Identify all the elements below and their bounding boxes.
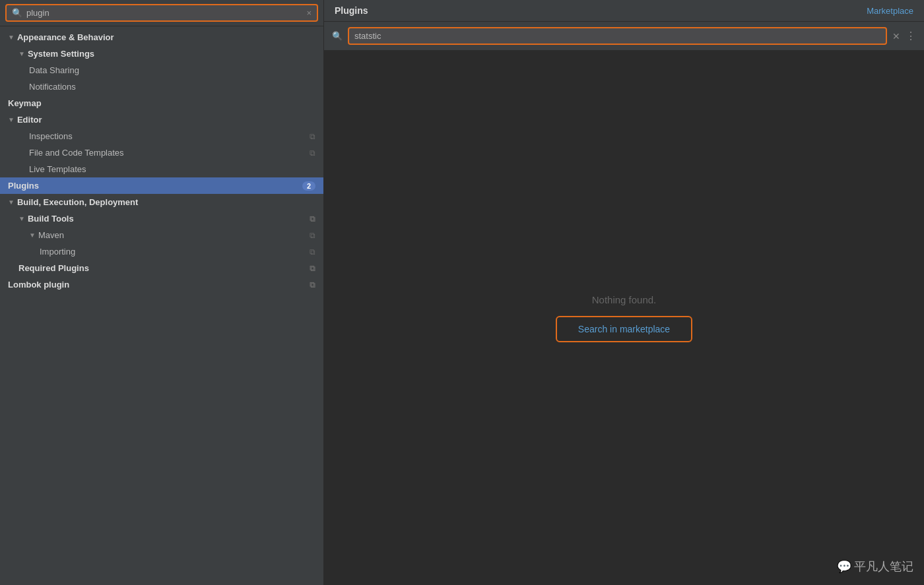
copy-icon: ⧉ (310, 132, 315, 141)
copy-icon: ⧉ (310, 231, 315, 240)
sidebar-item-build-tools[interactable]: ▼ Build Tools ⧉ (0, 210, 323, 227)
sidebar-item-plugins[interactable]: Plugins 2 (0, 177, 323, 194)
sidebar-search-input[interactable] (26, 8, 306, 18)
marketplace-link[interactable]: Marketplace (867, 6, 913, 21)
sidebar-item-label: Data Sharing (29, 65, 79, 75)
sidebar: 🔍 × ▼ Appearance & Behavior ▼ System Set… (0, 0, 324, 585)
sidebar-item-label: Live Templates (29, 164, 86, 174)
sidebar-search-container: 🔍 × (0, 0, 323, 26)
sidebar-item-lombok-plugin[interactable]: Lombok plugin ⧉ (0, 276, 323, 293)
arrow-icon: ▼ (8, 34, 15, 41)
sidebar-item-importing[interactable]: Importing ⧉ (0, 243, 323, 260)
sidebar-item-file-code-templates[interactable]: File and Code Templates ⧉ (0, 144, 323, 161)
plugin-search-icon: 🔍 (332, 31, 343, 41)
right-panel-title: Plugins (335, 5, 368, 21)
sidebar-item-label: Maven (38, 230, 64, 240)
sidebar-item-notifications[interactable]: Notifications (0, 78, 323, 95)
arrow-icon: ▼ (18, 215, 25, 222)
sidebar-search-icon: 🔍 (12, 8, 22, 18)
sidebar-item-label: Build Tools (28, 214, 74, 224)
sidebar-item-maven[interactable]: ▼ Maven ⧉ (0, 227, 323, 243)
sidebar-item-label: Inspections (29, 131, 73, 141)
plugin-search-actions: ✕ ⋮ (892, 30, 916, 42)
search-marketplace-button[interactable]: Search in marketplace (556, 316, 692, 342)
watermark: 💬 平凡人笔记 (837, 559, 913, 574)
sidebar-item-editor[interactable]: ▼ Editor (0, 111, 323, 128)
sidebar-search-clear-icon[interactable]: × (306, 8, 312, 18)
plugin-search-bar: 🔍 ✕ ⋮ (324, 22, 924, 51)
plugin-search-input[interactable] (354, 31, 880, 41)
copy-icon: ⧉ (310, 247, 315, 257)
sidebar-item-label: Required Plugins (18, 263, 89, 273)
sidebar-tree: ▼ Appearance & Behavior ▼ System Setting… (0, 26, 323, 585)
sidebar-item-system-settings[interactable]: ▼ System Settings (0, 46, 323, 62)
copy-icon: ⧉ (310, 280, 315, 290)
sidebar-search-box: 🔍 × (5, 4, 318, 22)
sidebar-item-label: File and Code Templates (29, 148, 124, 158)
sidebar-item-build-execution-deployment[interactable]: ▼ Build, Execution, Deployment (0, 194, 323, 210)
arrow-icon: ▼ (8, 116, 15, 123)
watermark-text: 平凡人笔记 (854, 559, 913, 574)
sidebar-item-label: Appearance & Behavior (17, 32, 114, 42)
sidebar-item-keymap[interactable]: Keymap (0, 95, 323, 111)
right-header-left: Plugins (335, 5, 368, 21)
right-panel: Plugins Marketplace 🔍 ✕ ⋮ Nothing found.… (324, 0, 924, 585)
sidebar-item-inspections[interactable]: Inspections ⧉ (0, 128, 323, 144)
nothing-found-label: Nothing found. (592, 294, 657, 305)
plugins-badge: 2 (302, 181, 315, 191)
copy-icon: ⧉ (310, 264, 315, 273)
arrow-icon: ▼ (29, 231, 36, 239)
copy-icon: ⧉ (310, 214, 315, 224)
plugin-search-input-box (348, 27, 887, 45)
plugin-search-more-icon[interactable]: ⋮ (906, 30, 916, 42)
sidebar-item-appearance-behavior[interactable]: ▼ Appearance & Behavior (0, 29, 323, 46)
sidebar-item-data-sharing[interactable]: Data Sharing (0, 62, 323, 78)
sidebar-item-label: Plugins (8, 181, 39, 191)
sidebar-item-label: System Settings (28, 49, 94, 59)
watermark-icon: 💬 (837, 559, 851, 574)
sidebar-item-label: Editor (17, 115, 42, 125)
sidebar-item-required-plugins[interactable]: Required Plugins ⧉ (0, 260, 323, 276)
right-panel-content: Nothing found. Search in marketplace (324, 51, 924, 585)
sidebar-item-label: Keymap (8, 98, 42, 108)
sidebar-item-label: Build, Execution, Deployment (17, 197, 138, 207)
sidebar-item-live-templates[interactable]: Live Templates (0, 161, 323, 177)
right-panel-header: Plugins Marketplace (324, 0, 924, 22)
sidebar-item-label: Importing (40, 247, 75, 257)
plugin-search-clear-icon[interactable]: ✕ (892, 31, 900, 42)
arrow-icon: ▼ (8, 199, 15, 206)
main-container: 🔍 × ▼ Appearance & Behavior ▼ System Set… (0, 0, 924, 585)
sidebar-item-label: Lombok plugin (8, 280, 69, 290)
sidebar-item-label: Notifications (29, 82, 76, 92)
arrow-icon: ▼ (18, 50, 25, 57)
copy-icon: ⧉ (310, 148, 315, 158)
